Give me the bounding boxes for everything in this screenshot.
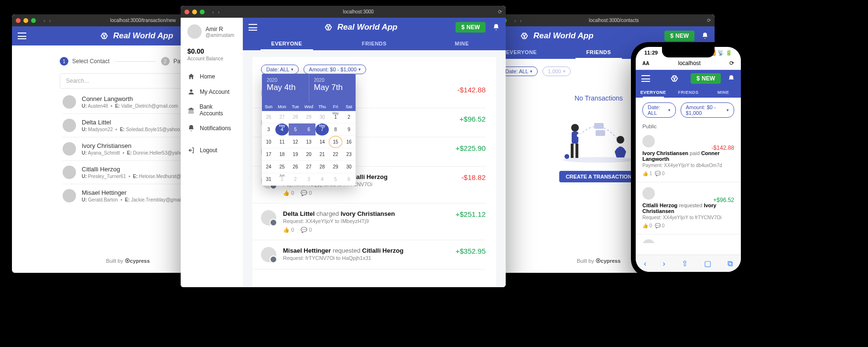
comment-icon[interactable]: 💬 0 — [301, 227, 312, 233]
nav-back-icon[interactable]: ‹ — [212, 9, 214, 15]
nav-logout[interactable]: Logout — [187, 143, 236, 158]
cal-day[interactable]: 6 — [342, 173, 356, 186]
share-icon[interactable]: ⇧ — [682, 259, 688, 268]
cal-day[interactable]: 29 — [302, 111, 315, 123]
cal-day[interactable]: 12 — [289, 136, 302, 148]
cal-day[interactable]: 20 — [302, 148, 315, 161]
date-filter-pill[interactable]: Date: ALL▾ — [642, 102, 676, 118]
cal-day[interactable]: 15 — [329, 136, 342, 148]
cal-day[interactable]: 9 — [342, 123, 356, 136]
amount-filter-pill[interactable]: Amount: $0 - $1,000▾ — [681, 102, 734, 118]
safari-url-bar[interactable]: AA localhost ⟳ — [636, 57, 741, 70]
contact-row[interactable]: Misael Hettinger U: Gerald.Barton • E: J… — [63, 184, 196, 207]
text-size-icon[interactable]: AA — [642, 61, 649, 66]
new-button[interactable]: $ NEW — [456, 22, 486, 33]
cal-day[interactable]: 30 — [315, 111, 329, 123]
nav-home[interactable]: Home — [187, 69, 236, 84]
cal-day[interactable]: 16 — [342, 136, 356, 148]
cal-day[interactable]: 30 — [342, 161, 356, 173]
cal-day[interactable]: 2 — [342, 111, 356, 123]
cal-day[interactable]: 24 — [262, 161, 275, 173]
forward-icon[interactable]: › — [662, 259, 665, 268]
cal-day[interactable]: May7 — [315, 123, 329, 136]
cal-day[interactable]: 5 — [289, 123, 302, 136]
comment-icon[interactable]: 💬 0 — [655, 171, 664, 176]
cal-day[interactable]: 29 — [329, 161, 342, 173]
reload-icon[interactable]: ⟳ — [498, 9, 502, 14]
transaction-row[interactable]: Misael Hettinger requested Citlalli Herz… — [252, 240, 486, 269]
cal-day[interactable]: May4 — [275, 123, 289, 136]
url-bar[interactable]: localhost:3000 — [221, 9, 495, 14]
close-dot[interactable] — [16, 18, 21, 23]
cal-day[interactable]: 31 — [262, 173, 275, 186]
comment-icon[interactable]: 💬 0 — [655, 223, 664, 228]
cal-day[interactable]: 10 — [262, 136, 275, 148]
cal-day[interactable]: May1 — [329, 111, 342, 123]
date-filter-pill[interactable]: Date: ALL▾ — [261, 65, 299, 74]
new-button[interactable]: $ NEW — [691, 73, 721, 84]
transaction-row[interactable]: Delta Littel charged Ivory Christiansen … — [252, 203, 486, 240]
search-input[interactable]: Search... — [60, 73, 196, 89]
transaction-row[interactable]: Ivory Christiansen paid Conner Langworth… — [636, 130, 741, 182]
comment-icon[interactable]: 💬 0 — [301, 190, 312, 196]
reload-icon[interactable]: ⟳ — [729, 60, 734, 67]
like-icon[interactable]: 👍 1 — [642, 171, 652, 176]
nav-fwd-icon[interactable]: › — [520, 18, 522, 23]
tab-everyone[interactable]: EVERYONE — [243, 37, 330, 50]
min-dot[interactable] — [192, 10, 197, 14]
cal-day[interactable]: 8 — [329, 123, 342, 136]
transaction-row[interactable]: Citlalli Herzog requested Ivory Christia… — [636, 182, 741, 235]
min-dot[interactable] — [23, 18, 28, 23]
create-transaction-button[interactable]: CREATE A TRANSACTION — [559, 171, 639, 182]
amount-filter-pill[interactable]: 1,000▾ — [542, 67, 571, 76]
nav-back-icon[interactable]: ‹ — [43, 18, 45, 23]
menu-icon[interactable] — [249, 24, 257, 31]
avatar[interactable] — [187, 24, 202, 39]
tab-mine[interactable]: MINE — [418, 37, 506, 50]
max-dot[interactable] — [200, 10, 205, 14]
tab-friends[interactable]: FRIENDS — [330, 37, 418, 50]
nav-back-icon[interactable]: ‹ — [514, 18, 516, 23]
cal-day[interactable]: 2 — [289, 173, 302, 186]
cal-day[interactable]: 4 — [315, 173, 329, 186]
tab-mine[interactable]: MINE — [706, 87, 741, 98]
cal-day[interactable]: 27 — [302, 161, 315, 173]
nav-bank[interactable]: Bank Accounts — [187, 100, 236, 121]
cal-day[interactable]: 3 — [262, 123, 275, 136]
cal-day[interactable]: 28 — [315, 161, 329, 173]
reload-icon[interactable]: ⟳ — [707, 18, 711, 23]
cal-day[interactable]: 27 — [275, 111, 289, 123]
bell-icon[interactable] — [727, 75, 735, 82]
cal-day[interactable]: 17 — [262, 148, 275, 161]
cal-day[interactable]: Jun1 — [275, 173, 289, 186]
url-bar[interactable]: localhost:3000/contacts — [523, 18, 704, 23]
contact-row[interactable]: Citlalli Herzog U: Presley_Turner61 • E:… — [63, 161, 196, 184]
cal-day[interactable]: 26 — [289, 161, 302, 173]
cal-day[interactable]: 28 — [289, 111, 302, 123]
nav-fwd-icon[interactable]: › — [218, 9, 220, 15]
cal-day[interactable]: 14 — [315, 136, 329, 148]
menu-icon[interactable] — [18, 33, 26, 39]
cal-day[interactable]: 25 — [275, 161, 289, 173]
nav-notifications[interactable]: Notifications — [187, 121, 236, 136]
menu-icon[interactable] — [641, 75, 650, 82]
close-dot[interactable] — [184, 10, 189, 14]
cal-day[interactable]: 21 — [315, 148, 329, 161]
tab-friends[interactable]: FRIENDS — [671, 87, 705, 98]
cal-day[interactable]: 5 — [329, 173, 342, 186]
amount-filter-pill[interactable]: Amount: $0 - $1,000▾ — [304, 65, 366, 74]
max-dot[interactable] — [31, 18, 36, 23]
bell-icon[interactable] — [492, 23, 500, 31]
avatar[interactable] — [642, 239, 655, 243]
contact-row[interactable]: Delta Littel U: Madyson22 • E: Soledad.B… — [63, 114, 196, 137]
contact-row[interactable]: Ivory Christiansen U: Ayana_Schmitt • E:… — [63, 137, 196, 161]
like-icon[interactable]: 👍 0 — [642, 223, 652, 228]
bookmarks-icon[interactable]: ▢ — [704, 259, 711, 268]
nav-account[interactable]: My Account — [187, 84, 236, 100]
like-icon[interactable]: 👍 0 — [283, 190, 294, 196]
tab-everyone[interactable]: EVERYONE — [636, 87, 671, 98]
tabs-icon[interactable]: ⧉ — [727, 259, 733, 268]
cal-day[interactable]: 18 — [275, 148, 289, 161]
contact-row[interactable]: Conner Langworth U: Austen48 • E: Vallie… — [63, 90, 196, 114]
tab-friends[interactable]: FRIENDS — [560, 45, 638, 59]
